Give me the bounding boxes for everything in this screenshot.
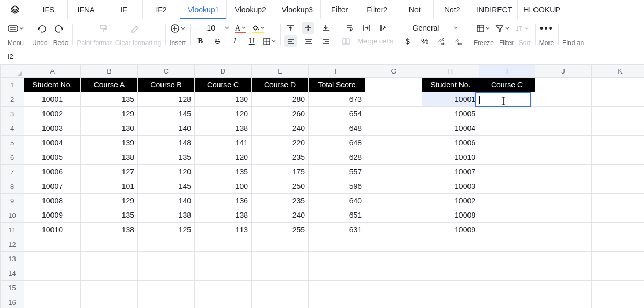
cell[interactable] xyxy=(535,281,592,295)
cell[interactable] xyxy=(592,194,645,208)
cell[interactable] xyxy=(479,92,535,107)
valign-top-button[interactable] xyxy=(284,22,296,34)
cell[interactable] xyxy=(535,223,592,237)
cell[interactable]: 628 xyxy=(309,150,365,165)
dec-dec-button[interactable]: .0 xyxy=(453,35,465,47)
cell[interactable]: 10004 xyxy=(422,121,479,136)
cell[interactable] xyxy=(422,252,479,266)
cell[interactable] xyxy=(479,194,535,208)
strike-button[interactable]: S xyxy=(211,35,223,47)
spreadsheet-grid[interactable]: ABCDEFGHIJK 1Student No.Course ACourse B… xyxy=(0,64,644,308)
cell[interactable] xyxy=(479,237,535,252)
rotate-text-button[interactable] xyxy=(378,22,390,34)
cell[interactable] xyxy=(195,266,252,281)
cell[interactable]: 631 xyxy=(309,223,365,237)
cell[interactable]: Course A xyxy=(81,78,138,92)
column-header[interactable]: G xyxy=(365,65,422,78)
cell[interactable] xyxy=(422,266,479,281)
cell[interactable]: 10001 xyxy=(24,92,81,107)
cell[interactable] xyxy=(479,266,535,281)
cell[interactable] xyxy=(535,266,592,281)
cell[interactable]: 141 xyxy=(195,136,252,150)
cell[interactable]: 129 xyxy=(81,107,138,121)
cell[interactable] xyxy=(365,281,422,295)
cell[interactable] xyxy=(138,252,195,266)
column-header[interactable]: E xyxy=(252,65,309,78)
cell[interactable]: 10002 xyxy=(24,107,81,121)
text-color-button[interactable]: A xyxy=(235,22,246,34)
cell[interactable]: 10003 xyxy=(422,179,479,194)
cell[interactable]: 10007 xyxy=(24,179,81,194)
cell[interactable] xyxy=(592,237,645,252)
column-header[interactable]: H xyxy=(422,65,479,78)
row-header[interactable]: 3 xyxy=(1,107,24,121)
cell[interactable] xyxy=(309,295,365,309)
cell[interactable] xyxy=(24,281,81,295)
cell[interactable] xyxy=(479,208,535,223)
cell[interactable] xyxy=(24,237,81,252)
cell[interactable] xyxy=(81,281,138,295)
bold-button[interactable]: B xyxy=(194,35,206,47)
cell[interactable]: 280 xyxy=(252,92,309,107)
sheet-tab[interactable]: Vlookup3 xyxy=(274,0,321,19)
cell[interactable]: 138 xyxy=(138,208,195,223)
halign-right-button[interactable] xyxy=(320,35,332,47)
cell[interactable]: 596 xyxy=(309,179,365,194)
row-header[interactable]: 9 xyxy=(1,194,24,208)
cell[interactable] xyxy=(479,107,535,121)
cell[interactable] xyxy=(252,266,309,281)
sort-button[interactable] xyxy=(515,23,529,34)
sheet-tab[interactable]: Vlookup1 xyxy=(180,0,227,19)
undo-button[interactable] xyxy=(36,23,48,34)
cell[interactable] xyxy=(252,237,309,252)
cell[interactable]: 648 xyxy=(309,136,365,150)
cell[interactable] xyxy=(81,266,138,281)
cell[interactable] xyxy=(365,194,422,208)
currency-button[interactable]: $ xyxy=(402,35,414,47)
cell[interactable] xyxy=(309,237,365,252)
cell[interactable] xyxy=(422,281,479,295)
sheet-tab[interactable]: IF xyxy=(105,0,143,19)
cell[interactable]: 135 xyxy=(81,92,138,107)
cell[interactable] xyxy=(195,281,252,295)
cell[interactable] xyxy=(138,237,195,252)
cell[interactable]: 138 xyxy=(81,223,138,237)
sheet-tab[interactable]: Not2 xyxy=(434,0,471,19)
cell[interactable]: Total Score xyxy=(309,78,365,92)
row-header[interactable]: 16 xyxy=(1,295,24,309)
cell[interactable] xyxy=(535,237,592,252)
sheet-tab[interactable]: IFS xyxy=(30,0,68,19)
column-header[interactable]: F xyxy=(309,65,365,78)
cell[interactable]: 255 xyxy=(252,223,309,237)
select-all-corner[interactable] xyxy=(1,65,24,78)
cell[interactable] xyxy=(81,295,138,309)
valign-bottom-button[interactable] xyxy=(320,22,332,34)
cell[interactable]: Student No. xyxy=(24,78,81,92)
cell[interactable]: 138 xyxy=(195,208,252,223)
cell[interactable] xyxy=(535,136,592,150)
cell[interactable] xyxy=(535,107,592,121)
cell[interactable] xyxy=(365,165,422,179)
cell[interactable] xyxy=(365,179,422,194)
cell[interactable] xyxy=(592,107,645,121)
cell[interactable]: 113 xyxy=(195,223,252,237)
cell[interactable] xyxy=(535,92,592,107)
cell[interactable]: 148 xyxy=(138,136,195,150)
redo-button[interactable] xyxy=(53,23,65,34)
name-box[interactable]: I2 xyxy=(0,49,644,64)
number-format-select[interactable]: General xyxy=(409,22,458,34)
more-button[interactable]: ••• xyxy=(540,23,553,34)
sheet-tab[interactable]: IFNA xyxy=(68,0,105,19)
cell[interactable] xyxy=(479,252,535,266)
cell[interactable] xyxy=(309,266,365,281)
cell[interactable] xyxy=(592,223,645,237)
cell[interactable] xyxy=(535,150,592,165)
cell[interactable]: 10001 xyxy=(422,92,479,107)
cell[interactable]: 557 xyxy=(309,165,365,179)
cell[interactable] xyxy=(535,165,592,179)
cell[interactable] xyxy=(138,295,195,309)
insert-button[interactable] xyxy=(170,23,185,34)
cell[interactable] xyxy=(365,136,422,150)
cell[interactable] xyxy=(422,237,479,252)
sheet-tab[interactable]: Filter2 xyxy=(358,0,396,19)
